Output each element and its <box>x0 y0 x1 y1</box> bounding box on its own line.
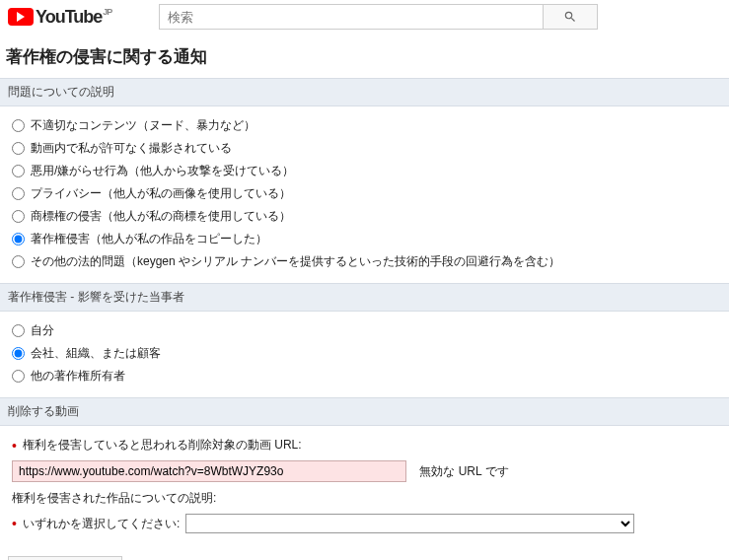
radio-issue-0[interactable] <box>12 119 25 132</box>
header: YouTube JP <box>0 0 729 37</box>
affected-option-1[interactable]: 会社、組織、または顧客 <box>12 342 721 365</box>
search-icon <box>563 10 577 24</box>
youtube-play-icon <box>8 8 34 26</box>
logo-region-suffix: JP <box>103 7 111 17</box>
radio-issue-1[interactable] <box>12 142 25 155</box>
video-type-row: いずれかを選択してください: <box>12 511 721 536</box>
work-type-select[interactable] <box>185 514 634 533</box>
affected-option-0[interactable]: 自分 <box>12 319 721 342</box>
affected-options: 自分 会社、組織、または顧客 他の著作権所有者 <box>0 312 729 397</box>
issue-option-5[interactable]: 著作権侵害（他人が私の作品をコピーした） <box>12 228 721 250</box>
radio-issue-3[interactable] <box>12 187 25 200</box>
radio-issue-4[interactable] <box>12 210 25 223</box>
radio-issue-5[interactable] <box>12 233 25 245</box>
search-bar <box>159 4 598 30</box>
affected-option-2[interactable]: 他の著作権所有者 <box>12 365 721 387</box>
video-body: 権利を侵害していると思われる削除対象の動画 URL: 無効な URL です 権利… <box>0 426 729 546</box>
search-button[interactable] <box>544 4 598 30</box>
video-desc-label: 権利を侵害された作品についての説明: <box>12 486 721 511</box>
issue-option-0[interactable]: 不適切なコンテンツ（ヌード、暴力など） <box>12 114 721 137</box>
issue-option-4[interactable]: 商標権の侵害（他人が私の商標を使用している） <box>12 205 721 228</box>
section-issue-heading: 問題についての説明 <box>0 78 729 106</box>
issue-option-2[interactable]: 悪用/嫌がらせ行為（他人から攻撃を受けている） <box>12 160 721 182</box>
section-affected-heading: 著作権侵害 - 影響を受けた当事者 <box>0 283 729 312</box>
radio-issue-6[interactable] <box>12 255 25 268</box>
logo-text: YouTube <box>36 7 102 28</box>
radio-issue-2[interactable] <box>12 165 25 177</box>
select-label: いずれかを選択してください: <box>23 516 180 532</box>
page-root: YouTube JP 著作権の侵害に関する通知 問題についての説明 不適切なコン… <box>0 0 729 560</box>
issue-option-1[interactable]: 動画内で私が許可なく撮影されている <box>12 137 721 160</box>
radio-affected-0[interactable] <box>12 324 25 337</box>
issue-option-6[interactable]: その他の法的問題（keygen やシリアル ナンバーを提供するといった技術的手段… <box>12 250 721 273</box>
url-label: 権利を侵害していると思われる削除対象の動画 URL: <box>12 434 721 456</box>
radio-affected-1[interactable] <box>12 347 25 360</box>
section-video-heading: 削除する動画 <box>0 397 729 426</box>
search-input[interactable] <box>159 4 544 30</box>
issue-option-3[interactable]: プライバシー（他人が私の画像を使用している） <box>12 182 721 205</box>
radio-affected-2[interactable] <box>12 370 25 383</box>
youtube-logo[interactable]: YouTube JP <box>8 7 111 28</box>
url-row: 無効な URL です <box>12 456 721 486</box>
video-url-input[interactable] <box>12 460 406 482</box>
issue-options: 不適切なコンテンツ（ヌード、暴力など） 動画内で私が許可なく撮影されている 悪用… <box>0 106 729 283</box>
url-error-text: 無効な URL です <box>419 464 508 478</box>
add-video-button[interactable]: + 別の動画を追加 <box>8 556 122 560</box>
page-title: 著作権の侵害に関する通知 <box>0 37 729 78</box>
